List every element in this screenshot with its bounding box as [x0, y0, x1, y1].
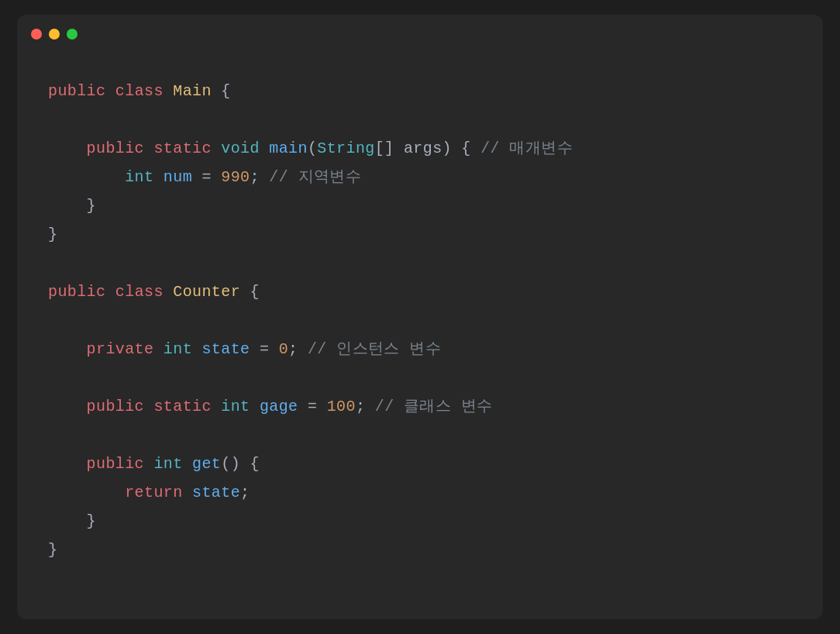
code-line-17: } [48, 536, 792, 564]
code-editor: public class Main { public static void m… [17, 53, 823, 619]
titlebar [17, 15, 823, 53]
code-line-10: private int state = 0; // 인스턴스 변수 [48, 335, 792, 364]
code-line-8: public class Counter { [48, 277, 792, 306]
code-line-12: public static int gage = 100; // 클래스 변수 [48, 392, 792, 421]
code-line-14: public int get() { [48, 450, 792, 478]
code-line-9 [48, 306, 792, 335]
code-line-4: int num = 990; // 지역변수 [48, 163, 792, 191]
minimize-button[interactable] [49, 29, 60, 40]
code-line-11 [48, 364, 792, 392]
code-line-5: } [48, 191, 792, 220]
editor-window: public class Main { public static void m… [17, 15, 823, 619]
code-line-7 [48, 249, 792, 277]
code-line-15: return state; [48, 478, 792, 507]
code-line-1: public class Main { [48, 77, 792, 105]
code-line-2 [48, 105, 792, 134]
code-line-6: } [48, 220, 792, 249]
close-button[interactable] [31, 29, 42, 40]
maximize-button[interactable] [67, 29, 77, 40]
code-line-16: } [48, 507, 792, 536]
code-line-3: public static void main(String[] args) {… [48, 134, 792, 163]
code-line-13 [48, 421, 792, 450]
